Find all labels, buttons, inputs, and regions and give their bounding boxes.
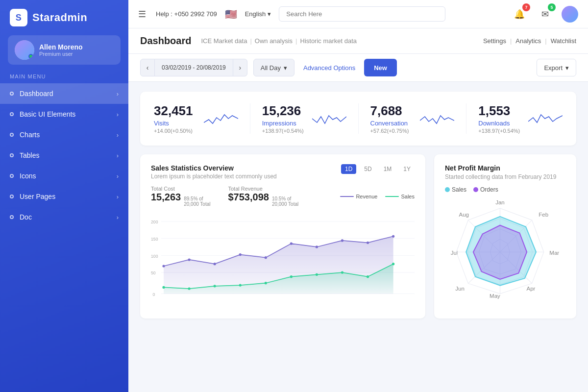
header-links: Settings | Analytics | Watchlist — [483, 37, 576, 45]
svg-point-23 — [188, 287, 190, 290]
nav-dot — [10, 112, 14, 116]
period-1d-button[interactable]: 1D — [341, 164, 356, 174]
radar-chart: Jan Feb Mar Apr May Jun Jul Aug — [446, 197, 564, 300]
topbar: ☰ Help : +050 2992 709 🇺🇸 English ▾ 🔔 7 … — [128, 0, 588, 28]
svg-point-19 — [367, 242, 369, 244]
period-1m-button[interactable]: 1M — [380, 164, 396, 174]
npm-subtitle: Started collecting data from February 20… — [445, 173, 565, 181]
date-next-button[interactable]: › — [233, 59, 247, 76]
svg-point-17 — [316, 245, 318, 248]
breadcrumb-historic[interactable]: Historic market data — [300, 37, 357, 45]
stat-change: +138.97(+0.54%) — [262, 128, 305, 134]
period-1y-button[interactable]: 1Y — [399, 164, 415, 174]
flag-icon: 🇺🇸 — [225, 8, 237, 20]
sidebar-item-label: Basic UI Elements — [20, 110, 75, 118]
export-label: Export — [544, 64, 563, 72]
svg-point-16 — [290, 242, 293, 245]
radar-chart-container: Jan Feb Mar Apr May Jun Jul Aug — [445, 197, 565, 300]
svg-point-27 — [290, 275, 293, 278]
svg-point-25 — [239, 284, 242, 286]
svg-point-13 — [214, 263, 216, 265]
watchlist-link[interactable]: Watchlist — [551, 37, 576, 45]
settings-link[interactable]: Settings — [483, 37, 506, 45]
time-filter-label: All Day — [261, 64, 281, 72]
chevron-right-icon: › — [117, 193, 119, 200]
date-prev-button[interactable]: ‹ — [140, 59, 155, 76]
orders-dot — [473, 187, 478, 192]
controls-bar: ‹ 03/02/2019 - 20/08/2019 › All Day ▾ Ad… — [128, 54, 588, 82]
email-badge: 5 — [548, 3, 556, 11]
help-text: Help : +050 2992 709 — [156, 10, 217, 18]
sidebar-item-user-pages[interactable]: User Pages › — [0, 186, 128, 207]
chart-legend: Revenue Sales — [340, 186, 415, 207]
breadcrumb: ICE Market data | Own analysis | Histori… — [201, 37, 357, 45]
svg-point-18 — [341, 239, 343, 242]
nav-dot — [10, 174, 14, 178]
svg-point-28 — [316, 273, 318, 276]
search-input[interactable] — [279, 6, 445, 22]
svg-point-26 — [265, 282, 267, 284]
npm-title: Net Profit Margin — [445, 164, 565, 172]
sparkline-downloads — [528, 109, 563, 128]
app-name: Staradmin — [32, 11, 87, 24]
svg-point-24 — [214, 285, 216, 287]
sales-dot — [445, 187, 450, 192]
svg-text:Jan: Jan — [495, 199, 505, 205]
sales-statistics-card: Sales Statistics Overview Lorem ipsum is… — [140, 154, 425, 318]
stat-label: Visits — [154, 120, 197, 127]
sidebar-item-dashboard[interactable]: Dashboard › — [0, 83, 128, 104]
stat-label: Downloads — [478, 120, 521, 127]
chart-totals: Total Cost 15,263 89.5% of20,000 Total T… — [151, 186, 415, 207]
orders-legend-npm: Orders — [480, 186, 498, 193]
sidebar-item-basic-ui[interactable]: Basic UI Elements › — [0, 104, 128, 124]
stat-change: +138.97(+0.54%) — [478, 128, 521, 134]
sidebar-item-icons[interactable]: Icons › — [0, 166, 128, 186]
nav-dot — [10, 153, 14, 157]
new-button[interactable]: New — [364, 59, 397, 76]
breadcrumb-own[interactable]: Own analysis — [255, 37, 293, 45]
user-avatar-topbar[interactable] — [562, 6, 578, 23]
menu-toggle-icon[interactable]: ☰ — [138, 9, 146, 20]
chevron-right-icon: › — [117, 131, 119, 139]
svg-point-30 — [367, 275, 369, 278]
chevron-down-icon: ▾ — [284, 64, 287, 72]
sales-legend-line — [385, 196, 399, 197]
chevron-right-icon: › — [117, 90, 119, 98]
sidebar-item-charts[interactable]: Charts › — [0, 124, 128, 145]
sales-legend-label: Sales — [401, 194, 415, 199]
sales-area-chart: 200 150 100 50 0 — [151, 211, 415, 309]
language-selector[interactable]: English ▾ — [245, 10, 271, 18]
notification-button[interactable]: 🔔 7 — [511, 5, 528, 23]
breadcrumb-ice[interactable]: ICE Market data — [201, 37, 247, 45]
date-navigator: ‹ 03/02/2019 - 20/08/2019 › — [140, 59, 247, 76]
period-5d-button[interactable]: 5D — [360, 164, 375, 174]
sales-legend-npm: Sales — [452, 186, 466, 193]
sidebar-item-doc[interactable]: Doc › — [0, 207, 128, 227]
sidebar-item-tables[interactable]: Tables › — [0, 145, 128, 166]
period-controls: 1D 5D 1M 1Y — [341, 164, 415, 174]
svg-text:50: 50 — [151, 270, 156, 275]
total-cost-value: 15,263 — [151, 192, 181, 203]
chevron-down-icon: ▾ — [268, 10, 271, 18]
analytics-link[interactable]: Analytics — [515, 37, 541, 45]
nav-dot — [10, 133, 14, 137]
email-button[interactable]: ✉ 5 — [536, 5, 554, 23]
npm-legend: Sales Orders — [445, 186, 565, 193]
user-profile[interactable]: Allen Moreno Premium user — [8, 35, 121, 65]
stat-number: 15,236 — [262, 103, 305, 119]
advanced-options-button[interactable]: Advanced Options — [300, 64, 358, 72]
svg-text:Jun: Jun — [455, 286, 465, 292]
avatar — [15, 40, 34, 60]
online-indicator — [28, 54, 33, 59]
sparkline-impressions — [312, 109, 346, 128]
stat-impressions: 15,236 Impressions +138.97(+0.54%) — [262, 103, 359, 134]
svg-point-20 — [392, 235, 394, 238]
time-filter-dropdown[interactable]: All Day ▾ — [253, 59, 294, 76]
export-button[interactable]: Export ▾ — [537, 59, 576, 76]
stats-row: 32,451 Visits +14.00(+0.50%) 15,236 Impr… — [140, 92, 576, 146]
stat-label: Impressions — [262, 120, 305, 127]
sidebar-logo[interactable]: S Staradmin — [0, 0, 128, 35]
total-revenue-value: $753,098 — [228, 192, 269, 203]
stat-conversation: 7,688 Conversation +57.62(+0.75%) — [370, 103, 467, 134]
date-range-display: 03/02/2019 - 20/08/2019 — [155, 59, 233, 76]
